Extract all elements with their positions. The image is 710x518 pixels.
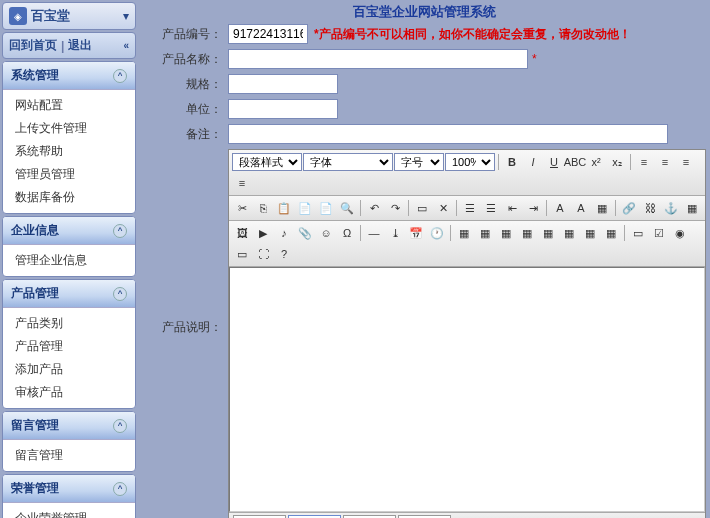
align-left-icon[interactable]: ≡ [634,152,654,172]
link-icon[interactable]: 🔗 [619,198,639,218]
input-remark[interactable] [228,124,668,144]
backcolor-icon[interactable]: A [571,198,591,218]
redo-icon[interactable]: ↷ [385,198,405,218]
editor-mode-tabs: ⟨⟩代码 ✎设计 📄文本 🔍预览 [229,512,705,518]
strike-icon[interactable]: ABC [565,152,585,172]
checkbox-icon[interactable]: ☑ [649,223,669,243]
menu-header-message[interactable]: 留言管理 ^ [3,412,135,440]
collapse-icon[interactable]: ^ [113,287,127,301]
input-product-code[interactable] [228,24,308,44]
merge-cell-icon[interactable]: ▦ [580,223,600,243]
menu-item[interactable]: 审核产品 [3,381,135,404]
forecolor-icon[interactable]: A [550,198,570,218]
logo-box: ◈ 百宝堂 ▾ [2,2,136,30]
align-justify-icon[interactable]: ≡ [232,173,252,193]
menu-item[interactable]: 产品管理 [3,335,135,358]
align-right-icon[interactable]: ≡ [676,152,696,172]
menu-item[interactable]: 企业荣誉管理 [3,507,135,518]
nav-collapse-icon[interactable]: « [123,40,129,51]
unlink-icon[interactable]: ⛓ [640,198,660,218]
editor-content-area[interactable] [229,267,705,512]
collapse-icon[interactable]: ^ [113,482,127,496]
input-unit[interactable] [228,99,338,119]
brand-name: 百宝堂 [31,7,70,25]
indent-icon[interactable]: ⇥ [523,198,543,218]
special-char-icon[interactable]: Ω [337,223,357,243]
align-center-icon[interactable]: ≡ [655,152,675,172]
flash-icon[interactable]: ▶ [253,223,273,243]
menu-item[interactable]: 数据库备份 [3,186,135,209]
split-cell-icon[interactable]: ▦ [601,223,621,243]
radio-icon[interactable]: ◉ [670,223,690,243]
help-icon[interactable]: ? [274,244,294,264]
underline-icon[interactable]: U [544,152,564,172]
delete-row-icon[interactable]: ▦ [517,223,537,243]
find-icon[interactable]: 🔍 [337,198,357,218]
pagebreak-icon[interactable]: ⤓ [385,223,405,243]
remove-format-icon[interactable]: ✕ [433,198,453,218]
input-product-name[interactable] [228,49,528,69]
select-font-family[interactable]: 字体 [303,153,393,171]
image-icon[interactable]: 🖼 [232,223,252,243]
subscript-icon[interactable]: x₂ [607,152,627,172]
select-font-size[interactable]: 字号 [394,153,444,171]
select-paragraph-style[interactable]: 段落样式 [232,153,302,171]
copy-icon[interactable]: ⎘ [253,198,273,218]
collapse-icon[interactable]: ^ [113,224,127,238]
menu-item[interactable]: 管理企业信息 [3,249,135,272]
anchor-icon[interactable]: ⚓ [661,198,681,218]
media-icon[interactable]: ♪ [274,223,294,243]
time-icon[interactable]: 🕐 [427,223,447,243]
paste-text-icon[interactable]: 📄 [295,198,315,218]
main-panel: 百宝堂企业网站管理系统 产品编号： *产品编号不可以相同，如你不能确定会重复，请… [138,0,710,518]
menu-header-system[interactable]: 系统管理 ^ [3,62,135,90]
menu-item[interactable]: 上传文件管理 [3,117,135,140]
menu-header-company[interactable]: 企业信息 ^ [3,217,135,245]
editor-toolbar-3: 🖼 ▶ ♪ 📎 ☺ Ω — ⤓ 📅 🕐 ▦ ▦ ▦ [229,221,705,267]
menu-header-honor[interactable]: 荣誉管理 ^ [3,475,135,503]
bold-icon[interactable]: B [502,152,522,172]
menu-item[interactable]: 留言管理 [3,444,135,467]
emoticon-icon[interactable]: ☺ [316,223,336,243]
collapse-icon[interactable]: ^ [113,69,127,83]
insert-row-icon[interactable]: ▦ [496,223,516,243]
nav-logout-link[interactable]: 退出 [68,37,92,54]
menu-item[interactable]: 产品类别 [3,312,135,335]
menu-item[interactable]: 系统帮助 [3,140,135,163]
undo-icon[interactable]: ↶ [364,198,384,218]
select-zoom[interactable]: 100% [445,153,495,171]
bg-icon[interactable]: ▦ [592,198,612,218]
insert-col-icon[interactable]: ▦ [538,223,558,243]
date-icon[interactable]: 📅 [406,223,426,243]
form-icon[interactable]: ▭ [628,223,648,243]
superscript-icon[interactable]: x² [586,152,606,172]
nav-home-link[interactable]: 回到首页 [9,37,57,54]
input-spec[interactable] [228,74,338,94]
nav-separator: | [61,39,64,53]
file-icon[interactable]: 📎 [295,223,315,243]
textfield-icon[interactable]: ▭ [232,244,252,264]
image-map-icon[interactable]: ▦ [682,198,702,218]
delete-col-icon[interactable]: ▦ [559,223,579,243]
hr-icon[interactable]: — [364,223,384,243]
italic-icon[interactable]: I [523,152,543,172]
menu-item[interactable]: 网站配置 [3,94,135,117]
unordered-list-icon[interactable]: ☰ [481,198,501,218]
sidebar-toggle-icon[interactable]: ▾ [123,9,129,23]
fullscreen-icon[interactable]: ⛶ [253,244,273,264]
collapse-icon[interactable]: ^ [113,419,127,433]
outdent-icon[interactable]: ⇤ [502,198,522,218]
table-props-icon[interactable]: ▦ [475,223,495,243]
menu-header-product[interactable]: 产品管理 ^ [3,280,135,308]
menu-item[interactable]: 管理员管理 [3,163,135,186]
menu-item[interactable]: 添加产品 [3,358,135,381]
paste-icon[interactable]: 📋 [274,198,294,218]
table-icon[interactable]: ▦ [454,223,474,243]
select-all-icon[interactable]: ▭ [412,198,432,218]
code-warning: *产品编号不可以相同，如你不能确定会重复，请勿改动他！ [314,26,631,43]
logo-icon: ◈ [9,7,27,25]
paste-word-icon[interactable]: 📄 [316,198,336,218]
cut-icon[interactable]: ✂ [232,198,252,218]
menu-title: 留言管理 [11,417,59,434]
ordered-list-icon[interactable]: ☰ [460,198,480,218]
